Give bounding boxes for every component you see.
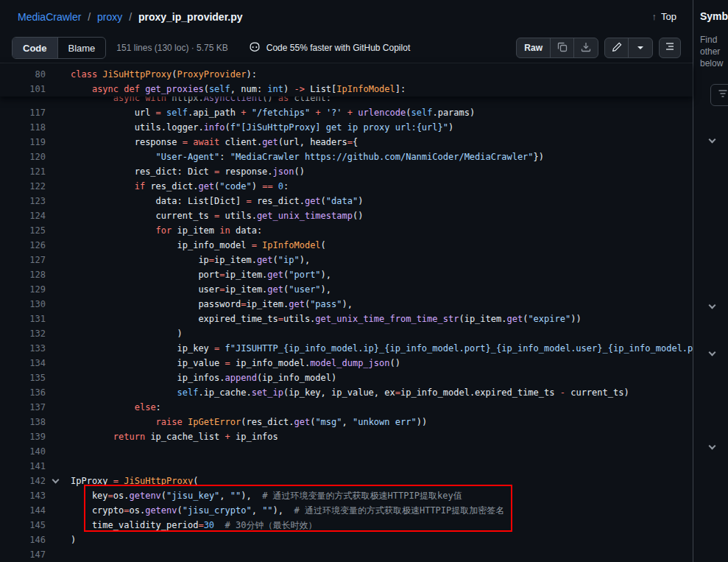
breadcrumb-folder-link[interactable]: proxy [97,11,122,23]
line-number[interactable]: 147 [0,547,46,562]
symbol-expand-chevron-icon[interactable] [709,136,716,144]
code-text: raise IpGetError(res_dict.get("msg", "un… [71,415,693,429]
toolbar-actions: Raw [516,38,681,58]
code-text: ip_info_model = IpInfoModel( [71,238,693,253]
fold-gutter [46,429,71,444]
fold-gutter [46,415,71,429]
symbols-panel-toggle[interactable] [659,38,681,58]
line-number[interactable]: 136 [0,385,46,400]
sticky-context-lines: 80class JiSuHttpProxy(ProxyProvider):101… [0,63,693,96]
copilot-banner: Code 55% faster with GitHub Copilot [249,41,410,55]
line-number[interactable]: 145 [0,518,46,533]
code-line: 133 ip_key = f"JISUHTTP_{ip_info_model.i… [0,341,693,356]
line-number[interactable]: 139 [0,429,46,444]
code-line: 128 port=ip_item.get("port"), [0,267,693,282]
back-to-top-button[interactable]: ↑ Top [652,11,676,22]
code-text [71,459,693,474]
line-number[interactable]: 124 [0,208,46,223]
symbols-filter-input[interactable] [710,84,728,106]
line-number[interactable]: 146 [0,533,46,547]
line-number[interactable]: 127 [0,253,46,267]
code-text: ip_infos.append(ip_info_model) [71,370,693,385]
symbols-panel: Symbols Find other below [694,0,728,562]
line-number[interactable]: 120 [0,150,46,164]
fold-gutter [46,533,71,547]
line-number[interactable]: 118 [0,120,46,135]
line-number[interactable]: 125 [0,223,46,238]
copy-icon [556,41,568,55]
line-number[interactable]: 135 [0,370,46,385]
line-number[interactable]: 132 [0,326,46,341]
code-text: ip_value = ip_info_model.model_dump_json… [71,356,693,370]
code-text: return ip_cache_list + ip_infos [71,429,693,444]
line-number[interactable]: 129 [0,282,46,297]
symbol-expand-chevron-icon[interactable] [709,349,716,356]
line-number[interactable]: 119 [0,135,46,150]
line-number[interactable]: 131 [0,312,46,326]
code-line: 130 password=ip_item.get("pass"), [0,297,693,312]
file-toolbar: Code Blame 151 lines (130 loc) · 5.75 KB… [0,33,693,63]
line-number[interactable]: 141 [0,459,46,474]
code-text: ) [71,533,693,547]
code-text [71,444,693,459]
download-raw-button[interactable] [574,38,598,57]
symbol-expand-chevron-icon[interactable] [709,443,716,450]
line-number[interactable]: 126 [0,238,46,253]
line-number[interactable]: 123 [0,194,46,208]
line-number[interactable]: 130 [0,297,46,312]
tab-blame[interactable]: Blame [58,38,106,58]
code-text: else: [71,400,693,415]
breadcrumb-repo-link[interactable]: MediaCrawler [18,11,81,23]
line-number[interactable]: 133 [0,341,46,356]
code-line: 136 self.ip_cache.set_ip(ip_key, ip_valu… [0,385,693,400]
code-line: 146) [0,533,693,547]
line-number[interactable]: 142 [0,474,46,488]
line-number[interactable]: 117 [0,105,46,120]
fold-gutter [46,400,71,415]
fold-gutter [46,150,71,164]
fold-gutter [46,370,71,385]
fold-gutter [46,223,71,238]
line-number[interactable]: 144 [0,503,46,518]
edit-file-button[interactable] [605,38,629,57]
line-number[interactable]: 140 [0,444,46,459]
line-number[interactable] [0,96,46,105]
line-number[interactable]: 143 [0,488,46,503]
code-text: if res_dict.get("code") == 0: [71,179,693,194]
symbol-expand-chevron-icon[interactable] [709,302,716,309]
line-number[interactable]: 80 [0,67,46,82]
edit-options-dropdown[interactable] [629,38,652,57]
clipped-line: async with httpx.AsyncClient() as client… [0,96,693,105]
file-stats: 151 lines (130 loc) · 5.75 KB [116,43,227,53]
code-line: 147 [0,547,693,562]
code-text: port=ip_item.get("port"), [71,267,693,282]
code-line: 140 [0,444,693,459]
edit-button-group [604,38,653,58]
fold-gutter [46,164,71,179]
file-view: MediaCrawler / proxy / proxy_ip_provider… [0,0,693,562]
code-text: async with httpx.AsyncClient() as client… [71,96,693,105]
line-number[interactable]: 137 [0,400,46,415]
tab-code[interactable]: Code [13,38,58,58]
fold-gutter [46,135,71,150]
outline-icon [664,41,676,55]
line-number[interactable]: 138 [0,415,46,429]
code-line: 119 response = await client.get(url, hea… [0,135,693,150]
code-line: 117 url = self.api_path + "/fetchips" + … [0,105,693,120]
code-line: 127 ip=ip_item.get("ip"), [0,253,693,267]
raw-button[interactable]: Raw [517,38,551,57]
copy-raw-button[interactable] [551,38,574,57]
back-to-top-label: Top [661,11,676,22]
symbols-panel-description: Find other below [700,34,728,69]
fold-gutter [46,267,71,282]
code-text: for ip_item in data: [71,223,693,238]
line-number[interactable]: 134 [0,356,46,370]
fold-chevron-icon[interactable] [52,477,60,484]
code-line: 101 async def get_proxies(self, num: int… [0,82,693,96]
line-number[interactable]: 101 [0,82,46,96]
code-text: user=ip_item.get("user"), [71,282,693,297]
line-number[interactable]: 128 [0,267,46,282]
fold-gutter [46,547,71,562]
line-number[interactable]: 122 [0,179,46,194]
line-number[interactable]: 121 [0,164,46,179]
